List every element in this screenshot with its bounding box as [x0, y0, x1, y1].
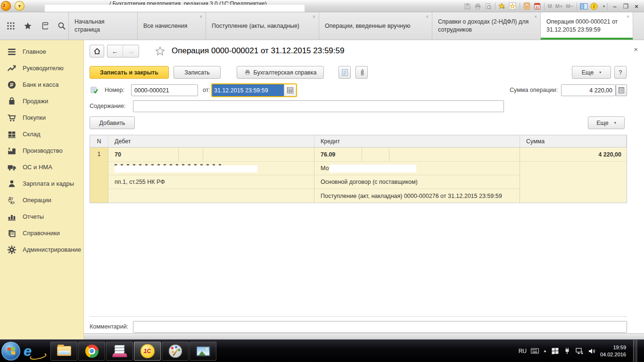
comment-input[interactable] — [133, 321, 627, 333]
calendar-icon[interactable]: 31 — [533, 2, 542, 11]
date-input[interactable]: 31.12.2015 23:59:59 — [212, 84, 284, 96]
sidebar-item-fixed-assets[interactable]: ОС и НМА — [0, 159, 83, 175]
credit-account-cell[interactable]: 76.09 — [314, 148, 520, 162]
keyboard-layout-icon[interactable] — [531, 347, 539, 354]
memory-recall-button[interactable]: M — [547, 3, 553, 9]
save-button[interactable]: Записать — [173, 66, 221, 79]
operation-sum-input[interactable]: 4 220,00 — [561, 84, 616, 96]
calendar-picker-button[interactable] — [284, 84, 296, 96]
col-header-sum[interactable]: Сумма — [520, 135, 627, 148]
sidebar-item-bank-cash[interactable]: PБанк и касса — [0, 76, 83, 93]
tray-expand-icon[interactable]: ▲ — [543, 349, 547, 353]
document-register-button[interactable] — [339, 66, 351, 79]
favorites-icon[interactable] — [508, 2, 517, 11]
close-button[interactable]: × — [632, 3, 641, 10]
power-plug-icon[interactable] — [563, 347, 571, 354]
debit-account-cell[interactable]: 70 — [108, 148, 314, 162]
col-header-debit[interactable]: Дебет — [108, 135, 314, 148]
debit-subconto2-cell[interactable]: пп.1, ст.255 НК РФ — [108, 175, 314, 189]
save-and-close-button[interactable]: Записать и закрыть — [90, 66, 169, 79]
sidebar-item-manager[interactable]: Руководителю — [0, 60, 83, 76]
taskbar-document-app[interactable] — [106, 342, 133, 361]
tray-date[interactable]: 04.02.2016 — [600, 351, 626, 358]
tab-manual-operations[interactable]: Операции, введенные вручную× — [319, 12, 432, 40]
history-icon[interactable] — [41, 22, 49, 30]
show-desktop-button[interactable] — [633, 340, 637, 362]
memory-plus-button[interactable]: M+ — [554, 3, 564, 9]
home-button[interactable] — [90, 45, 104, 58]
col-header-n[interactable]: N — [90, 135, 108, 148]
split-panel-icon[interactable] — [579, 2, 588, 11]
sidebar-item-administration[interactable]: Администрирование — [0, 241, 83, 258]
accounting-note-button[interactable]: Бухгалтерская справка — [237, 66, 324, 79]
save-icon[interactable] — [463, 2, 472, 11]
credit-subconto2-cell[interactable]: Основной договор (с поставщиком) — [314, 175, 520, 189]
back-button[interactable]: ← — [107, 45, 123, 57]
calculator-icon[interactable] — [522, 2, 531, 11]
sidebar-item-operations[interactable]: ДтКтОперации — [0, 192, 83, 208]
sum-calculator-button[interactable] — [616, 84, 627, 96]
tab-close-icon[interactable]: × — [426, 15, 429, 19]
start-button[interactable] — [1, 342, 20, 361]
sidebar-item-reports[interactable]: Отчеты — [0, 208, 83, 225]
taskbar-1c-enterprise[interactable]: 1С — [134, 342, 161, 361]
taskbar-image-viewer[interactable] — [190, 342, 216, 361]
number-input[interactable]: 0000-000021 — [131, 84, 198, 96]
language-indicator[interactable]: RU — [519, 348, 527, 354]
sum-empty-cell[interactable] — [520, 162, 627, 203]
tab-operation-21[interactable]: Операция 0000-000021 от 31.12.2015 23:59… — [541, 12, 633, 40]
sum-cell[interactable]: 4 220,00 — [520, 148, 627, 162]
sidebar-item-purchases[interactable]: Покупки — [0, 109, 83, 126]
col-header-credit[interactable]: Кредит — [314, 135, 520, 148]
favorites-star-icon[interactable] — [24, 22, 32, 30]
sidebar-item-sales[interactable]: Продажи — [0, 93, 83, 109]
attachments-button[interactable] — [355, 66, 368, 79]
debit-subconto1-cell[interactable] — [108, 162, 314, 175]
1c-app-icon[interactable]: 1 — [1, 1, 11, 11]
network-icon[interactable] — [576, 347, 584, 354]
add-favorite-icon[interactable] — [498, 2, 507, 11]
info-dropdown-icon[interactable]: ▾ — [603, 4, 605, 8]
info-icon[interactable]: i — [590, 2, 599, 11]
tab-ndfl-certificates[interactable]: Справки о доходах (2-НДФЛ) для сотрудник… — [432, 12, 541, 40]
credit-subconto3-cell[interactable]: Поступление (акт, накладная) 0000-000276… — [314, 189, 520, 203]
sidebar-item-production[interactable]: Производство — [0, 142, 83, 159]
action-center-icon[interactable] — [551, 347, 559, 354]
tab-receipts-acts[interactable]: Поступление (акты, накладные)× — [206, 12, 319, 40]
tab-close-icon[interactable]: × — [627, 15, 629, 19]
more-button-table[interactable]: Еще▾ — [588, 116, 625, 129]
print-icon[interactable] — [473, 2, 482, 11]
favorite-star-icon[interactable] — [155, 46, 165, 56]
content-input[interactable] — [133, 100, 504, 112]
sidebar-item-main[interactable]: Главное — [0, 43, 83, 60]
add-button[interactable]: Добавить — [90, 116, 135, 129]
tab-close-icon[interactable]: × — [534, 15, 537, 19]
taskbar-file-explorer[interactable] — [50, 342, 77, 361]
form-close-icon[interactable]: × — [634, 46, 638, 53]
tray-time[interactable]: 19:59 — [600, 344, 626, 351]
tab-close-icon[interactable]: × — [313, 15, 315, 19]
sidebar-item-warehouse[interactable]: Склад — [0, 126, 83, 142]
memory-minus-button[interactable]: M− — [565, 3, 574, 9]
taskbar-paint[interactable] — [162, 342, 189, 361]
debit-subconto3-cell[interactable] — [108, 189, 314, 203]
main-menu-dropdown-button[interactable]: ▼ — [15, 1, 25, 11]
sections-menu-icon[interactable] — [7, 22, 15, 30]
tab-home-page[interactable]: Начальная страница — [68, 12, 138, 40]
credit-subconto1-cell[interactable]: Мо — [314, 162, 520, 175]
search-icon[interactable] — [58, 22, 66, 30]
volume-icon[interactable] — [588, 347, 596, 354]
print-preview-icon[interactable] — [484, 2, 493, 11]
taskbar-chrome[interactable] — [78, 342, 105, 361]
row-number-cell[interactable]: 1 — [90, 148, 108, 203]
restore-button[interactable]: ❐ — [621, 3, 630, 10]
tab-all-accruals[interactable]: Все начисления× — [138, 12, 206, 40]
sidebar-item-payroll-hr[interactable]: Зарплата и кадры — [0, 175, 83, 192]
more-button-top[interactable]: Еще▾ — [572, 66, 611, 79]
sidebar-item-directories[interactable]: Справочники — [0, 225, 83, 241]
help-button[interactable]: ? — [614, 66, 627, 79]
taskbar-internet-explorer[interactable]: e — [23, 342, 50, 361]
minimize-button[interactable]: – — [610, 3, 619, 10]
forward-button[interactable]: → — [123, 45, 139, 57]
tab-close-icon[interactable]: × — [199, 15, 202, 19]
